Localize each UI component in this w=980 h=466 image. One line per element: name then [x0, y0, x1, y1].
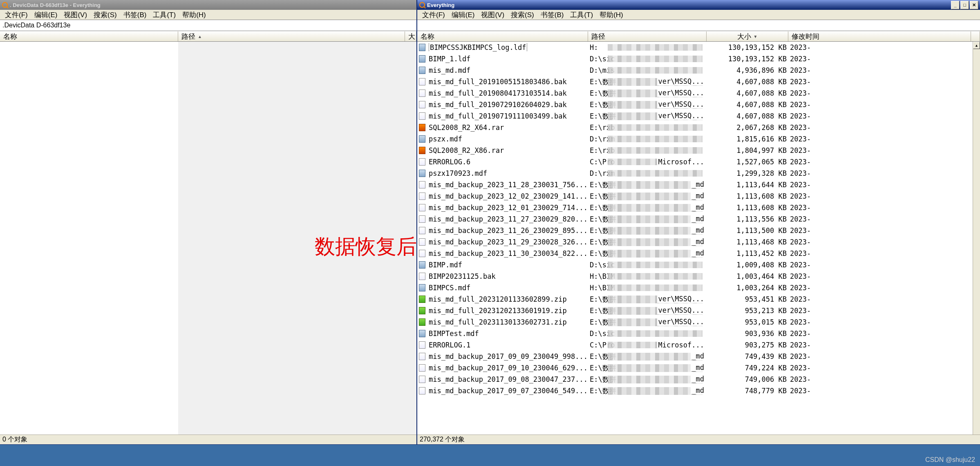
table-row[interactable]: ERRORLOG.6C:\ProMicrosof...1,527,065 KB2… [417, 156, 980, 168]
file-path: E:\数拼_md [588, 249, 707, 258]
table-row[interactable]: mis_md.mdfD:\mis4,936,896 KB2023- [417, 65, 980, 76]
col-path[interactable]: 路径 ▲ [178, 31, 405, 41]
table-row[interactable]: mis_md_full_20191005151803486.bakE:\数拼ve… [417, 76, 980, 87]
menu-bookmark[interactable]: 书签(B) [120, 9, 150, 20]
menu-search[interactable]: 搜索(S) [508, 9, 537, 20]
file-name: BIMP_1.ldf [427, 55, 588, 63]
file-size: 4,936,896 KB [707, 66, 788, 74]
table-row[interactable]: mis_md_full_20231202133601919.zipE:\数拼ve… [417, 305, 980, 316]
column-headers-left: 名称 路径 ▲ 大 [0, 31, 416, 42]
table-row[interactable]: pszx170923.mdfD:\rxm1,299,328 KB2023- [417, 168, 980, 179]
table-row[interactable]: pszx.mdfD:\rxm1,815,616 KB2023- [417, 133, 980, 145]
file-icon [417, 307, 427, 314]
table-row[interactable]: ERRORLOG.1C:\ProMicrosof...903,275 KB202… [417, 339, 980, 351]
menu-view[interactable]: 视图(V) [478, 9, 508, 20]
menu-help[interactable]: 帮助(H) [179, 9, 209, 20]
app-icon [419, 2, 425, 8]
file-name: mis_md_full_20190804173103514.bak [427, 89, 588, 97]
menu-view[interactable]: 视图(V) [60, 9, 90, 20]
file-path: E:\数拼_md [588, 363, 707, 373]
scroll-up-button[interactable]: ▲ [973, 42, 980, 49]
col-path[interactable]: 路径 [588, 31, 707, 41]
file-icon [417, 78, 427, 85]
table-row[interactable]: mis_md_full_20190729102604029.bakE:\数拼ve… [417, 99, 980, 110]
vertical-scrollbar[interactable]: ▲ [973, 42, 980, 435]
file-size: 748,779 KB [707, 387, 788, 395]
file-icon [417, 158, 427, 166]
search-input-left[interactable] [0, 20, 416, 31]
file-icon [417, 193, 427, 200]
search-input-right[interactable] [417, 20, 980, 31]
table-row[interactable]: BIMP_1.ldfD:\sic130,193,152 KB2023- [417, 53, 980, 65]
file-name: pszx170923.mdf [427, 169, 588, 177]
file-date: 2023- [788, 158, 825, 166]
titlebar-left[interactable]: . DevicData D-663df13e - Everything [0, 0, 416, 10]
table-row[interactable]: mis_md_backup_2017_09_08_230047_237...E:… [417, 374, 980, 385]
file-size: 903,275 KB [707, 341, 788, 349]
table-row[interactable]: BIMP.mdfD:\sic1,009,408 KB2023- [417, 259, 980, 271]
file-icon [417, 135, 427, 143]
table-row[interactable]: BIMP20231125.bakH:\BIM1,003,464 KB2023- [417, 271, 980, 282]
minimize-button[interactable]: _ [951, 1, 960, 9]
table-row[interactable]: mis_md_backup_2023_11_27_230029_820...E:… [417, 213, 980, 225]
file-name: BIMPCS.mdf [427, 284, 588, 292]
maximize-button[interactable]: □ [960, 1, 969, 9]
table-row[interactable]: mis_md_backup_2017_09_09_230049_998...E:… [417, 351, 980, 362]
menu-edit[interactable]: 编辑(E) [31, 9, 61, 20]
file-name: mis_md_backup_2023_11_26_230029_895... [427, 226, 588, 235]
table-row[interactable]: mis_md_backup_2023_11_29_230028_326...E:… [417, 236, 980, 248]
table-row[interactable]: BIMPTest.mdfD:\sic903,936 KB2023- [417, 328, 980, 339]
file-name: mis_md_full_20190729102604029.bak [427, 101, 588, 109]
file-path: E:\数拼_md [588, 375, 707, 384]
menu-edit[interactable]: 编辑(E) [448, 9, 478, 20]
table-row[interactable]: mis_md_backup_2023_12_01_230029_714...E:… [417, 202, 980, 213]
file-date: 2023- [788, 295, 825, 303]
table-row[interactable]: SQL2008_R2_X64.rarE:\rxb2,067,268 KB2023… [417, 122, 980, 133]
file-name: mis_md_full_20191005151803486.bak [427, 78, 588, 86]
table-row[interactable]: mis_md_full_20231201133602899.zipE:\数拼ve… [417, 293, 980, 305]
table-row[interactable]: mis_md_full_20231130133602731.zipE:\数拼ve… [417, 316, 980, 328]
result-list-left[interactable] [0, 42, 416, 435]
col-modified[interactable]: 修改时间 [788, 31, 971, 41]
menu-tools[interactable]: 工具(T) [567, 9, 596, 20]
close-button[interactable]: ✕ [970, 1, 978, 9]
table-row[interactable]: BIMPCS.mdfH:\BIM1,003,264 KB2023- [417, 282, 980, 293]
table-row[interactable]: mis_md_backup_2023_12_02_230029_141...E:… [417, 190, 980, 202]
file-icon [417, 387, 427, 394]
col-name[interactable]: 名称 [417, 31, 588, 41]
file-icon [417, 124, 427, 131]
table-row[interactable]: BIMPCSSJKBIMPCS_log.ldfH:130,193,152 KB2… [417, 42, 980, 53]
menu-tools[interactable]: 工具(T) [150, 9, 179, 20]
table-row[interactable]: mis_md_backup_2017_09_07_230046_549...E:… [417, 385, 980, 397]
table-row[interactable]: mis_md_backup_2023_11_26_230029_895...E:… [417, 225, 980, 236]
status-text-left: 0 个对象 [2, 435, 27, 444]
table-row[interactable]: mis_md_backup_2023_11_28_230031_756...E:… [417, 179, 980, 190]
col-name[interactable]: 名称 [0, 31, 178, 41]
file-size: 1,113,500 KB [707, 226, 788, 235]
menu-help[interactable]: 帮助(H) [596, 9, 626, 20]
file-icon [417, 204, 427, 211]
menu-search[interactable]: 搜索(S) [90, 9, 120, 20]
file-size: 953,451 KB [707, 295, 788, 303]
file-path: D:\sic [588, 261, 707, 269]
col-size[interactable]: 大小 ▼ [707, 31, 788, 41]
file-name: BIMP.mdf [427, 261, 588, 269]
menu-file[interactable]: 文件(F) [419, 9, 448, 20]
file-name: mis_md.mdf [427, 66, 588, 74]
table-row[interactable]: mis_md_backup_2023_11_30_230034_822...E:… [417, 248, 980, 259]
table-row[interactable]: mis_md_backup_2017_09_10_230046_629...E:… [417, 362, 980, 374]
result-list-right[interactable]: BIMPCSSJKBIMPCS_log.ldfH:130,193,152 KB2… [417, 42, 980, 435]
menu-file[interactable]: 文件(F) [2, 9, 31, 20]
file-path: E:\数拼_md [588, 180, 707, 190]
menubar-left: 文件(F) 编辑(E) 视图(V) 搜索(S) 书签(B) 工具(T) 帮助(H… [0, 10, 416, 20]
titlebar-right[interactable]: Everything _ □ ✕ [417, 0, 980, 10]
file-path: E:\rxb [588, 146, 707, 155]
table-row[interactable]: SQL2008_R2_X86.rarE:\rxb1,804,997 KB2023… [417, 145, 980, 156]
file-name: SQL2008_R2_X64.rar [427, 123, 588, 132]
window-right: Everything _ □ ✕ 文件(F) 编辑(E) 视图(V) 搜索(S)… [417, 0, 980, 445]
window-controls: _ □ ✕ [951, 1, 978, 9]
table-row[interactable]: mis_md_full_20190719111003499.bakE:\数拼ve… [417, 110, 980, 122]
col-extra[interactable]: 大 [405, 31, 416, 41]
table-row[interactable]: mis_md_full_20190804173103514.bakE:\数拼ve… [417, 87, 980, 99]
menu-bookmark[interactable]: 书签(B) [537, 9, 567, 20]
